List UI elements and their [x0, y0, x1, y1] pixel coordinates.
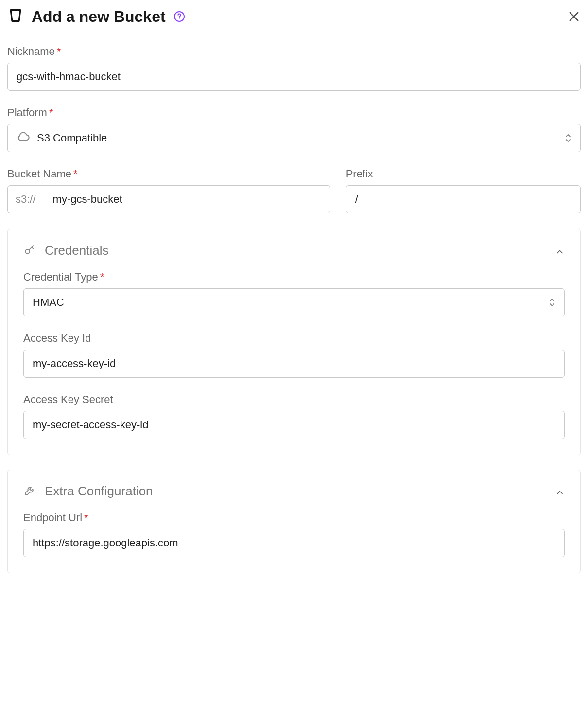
- bucket-icon: [7, 7, 24, 26]
- extra-config-panel-header[interactable]: Extra Configuration: [23, 484, 565, 499]
- endpoint-url-input[interactable]: [23, 529, 565, 557]
- platform-label: Platform*: [7, 106, 581, 119]
- chevron-up-down-icon: [548, 298, 556, 307]
- chevron-up-icon: [555, 488, 565, 499]
- access-key-id-label: Access Key Id: [23, 332, 565, 345]
- nickname-field: Nickname*: [7, 45, 581, 91]
- access-key-secret-label: Access Key Secret: [23, 393, 565, 406]
- nickname-input[interactable]: [7, 63, 581, 91]
- svg-line-6: [32, 247, 33, 248]
- required-asterisk: *: [49, 106, 53, 119]
- credential-type-select-wrap: HMAC: [23, 288, 565, 316]
- bucket-name-label-text: Bucket Name: [7, 168, 71, 180]
- extra-config-panel: Extra Configuration Endpoint Url*: [7, 470, 581, 573]
- endpoint-url-label: Endpoint Url*: [23, 511, 565, 524]
- chevron-up-down-icon: [564, 133, 572, 143]
- endpoint-url-label-text: Endpoint Url: [23, 511, 82, 524]
- endpoint-url-field: Endpoint Url*: [23, 511, 565, 557]
- platform-value: S3 Compatible: [37, 132, 107, 144]
- chevron-up-icon: [555, 247, 565, 259]
- prefix-input[interactable]: [346, 185, 581, 213]
- platform-field: Platform* S3 Compatible: [7, 106, 581, 152]
- bucket-name-input[interactable]: [44, 185, 330, 213]
- credential-type-label-text: Credential Type: [23, 271, 98, 283]
- key-icon: [23, 244, 36, 258]
- access-key-id-field: Access Key Id: [23, 332, 565, 378]
- required-asterisk: *: [84, 511, 88, 524]
- svg-point-1: [179, 18, 180, 19]
- platform-select[interactable]: S3 Compatible: [7, 124, 581, 152]
- access-key-secret-input[interactable]: [23, 411, 565, 439]
- required-asterisk: *: [100, 271, 104, 283]
- prefix-field: Prefix: [346, 168, 581, 213]
- platform-label-text: Platform: [7, 106, 47, 119]
- bucket-name-field: Bucket Name* s3://: [7, 168, 330, 213]
- cloud-icon: [17, 130, 30, 146]
- access-key-id-input[interactable]: [23, 350, 565, 378]
- bucket-scheme-addon: s3://: [7, 185, 44, 213]
- access-key-secret-field: Access Key Secret: [23, 393, 565, 439]
- credentials-panel-title: Credentials: [45, 243, 109, 258]
- prefix-label: Prefix: [346, 168, 581, 180]
- required-asterisk: *: [57, 45, 61, 57]
- bucket-prefix-row: Bucket Name* s3:// Prefix: [7, 168, 581, 213]
- credential-type-value: HMAC: [33, 296, 64, 309]
- credential-type-select[interactable]: HMAC: [23, 288, 565, 316]
- bucket-name-group: s3://: [7, 185, 330, 213]
- platform-select-wrap: S3 Compatible: [7, 124, 581, 152]
- credential-type-field: Credential Type* HMAC: [23, 271, 565, 316]
- close-icon[interactable]: [567, 10, 581, 23]
- dialog-header: Add a new Bucket: [7, 7, 581, 26]
- nickname-label-text: Nickname: [7, 45, 55, 57]
- extra-config-panel-title: Extra Configuration: [45, 484, 153, 499]
- page-title: Add a new Bucket: [32, 8, 166, 26]
- credentials-panel: Credentials Credential Type* HMAC: [7, 229, 581, 455]
- credential-type-label: Credential Type*: [23, 271, 565, 283]
- bucket-name-label: Bucket Name*: [7, 168, 330, 180]
- required-asterisk: *: [73, 168, 78, 180]
- nickname-label: Nickname*: [7, 45, 581, 58]
- help-icon[interactable]: [173, 11, 185, 22]
- header-left: Add a new Bucket: [7, 7, 185, 26]
- credentials-panel-header[interactable]: Credentials: [23, 243, 565, 258]
- wrench-icon: [23, 484, 36, 499]
